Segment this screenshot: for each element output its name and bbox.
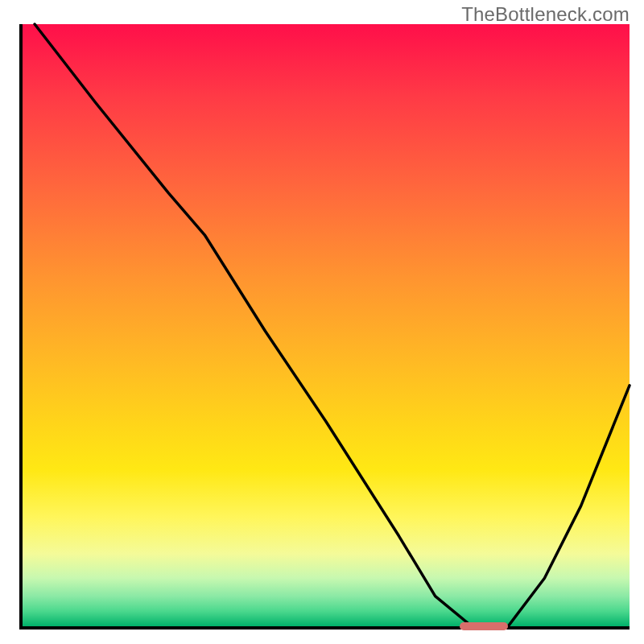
watermark-text: TheBottleneck.com [461,3,630,26]
plot-area [19,24,630,630]
bottleneck-curve [23,24,630,626]
trough-marker [460,622,508,630]
chart-frame: TheBottleneck.com [0,0,644,644]
